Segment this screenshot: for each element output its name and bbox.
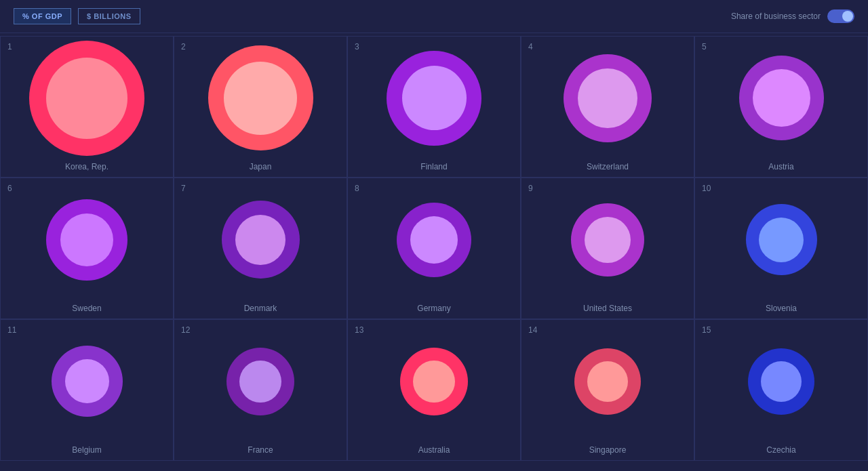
share-label-container: Share of business sector xyxy=(731,9,854,23)
country-cell[interactable]: 4 Switzerland xyxy=(521,36,694,178)
country-cell[interactable]: 8 Germany xyxy=(347,178,521,319)
country-cell[interactable]: 11 Belgium xyxy=(0,319,174,461)
outer-circle xyxy=(52,346,123,417)
country-name: Finland xyxy=(420,162,447,171)
gdp-button[interactable]: % OF GDP xyxy=(14,8,71,24)
country-name: Slovenia xyxy=(766,304,797,313)
rank-label: 10 xyxy=(702,184,711,193)
country-cell[interactable]: 5 Austria xyxy=(694,36,868,178)
rank-label: 7 xyxy=(181,184,186,193)
share-toggle[interactable] xyxy=(827,9,854,23)
country-name: Switzerland xyxy=(587,162,629,171)
toolbar: % OF GDP $ BILLIONS Share of business se… xyxy=(0,0,868,33)
outer-circle xyxy=(29,41,144,156)
circle-container xyxy=(1,320,173,443)
outer-circle xyxy=(574,348,641,415)
circle-container xyxy=(1,178,173,301)
outer-circle xyxy=(226,348,294,415)
inner-circle xyxy=(759,218,804,262)
rank-label: 6 xyxy=(7,184,12,193)
outer-circle xyxy=(571,203,644,277)
country-cell[interactable]: 12 France xyxy=(174,319,347,461)
rank-label: 9 xyxy=(528,184,533,193)
inner-circle xyxy=(413,361,455,403)
country-name: Austria xyxy=(768,162,793,171)
inner-circle xyxy=(224,62,297,135)
circle-container xyxy=(521,178,694,301)
rank-label: 11 xyxy=(7,325,16,335)
country-cell[interactable]: 13 Australia xyxy=(347,319,521,461)
country-cell[interactable]: 7 Denmark xyxy=(174,178,347,319)
rank-label: 5 xyxy=(702,42,707,52)
rank-label: 12 xyxy=(181,325,190,335)
rank-label: 13 xyxy=(355,325,363,335)
circle-container xyxy=(174,320,347,443)
share-label-text: Share of business sector xyxy=(731,12,821,21)
country-cell[interactable]: 15 Czechia xyxy=(694,319,868,461)
inner-circle xyxy=(60,213,113,266)
country-name: Japan xyxy=(250,162,272,171)
outer-circle xyxy=(400,348,468,415)
outer-circle xyxy=(46,199,127,281)
inner-circle xyxy=(585,217,631,263)
inner-circle xyxy=(587,361,628,402)
country-name: Australia xyxy=(418,445,450,455)
circle-container xyxy=(174,178,347,301)
outer-circle xyxy=(208,45,313,150)
inner-circle xyxy=(235,215,285,265)
outer-circle xyxy=(746,204,817,275)
outer-circle xyxy=(222,201,300,279)
country-name: Belgium xyxy=(72,445,101,455)
country-cell[interactable]: 2 Japan xyxy=(174,36,347,178)
outer-circle xyxy=(748,348,814,415)
country-name: Germany xyxy=(417,304,450,313)
inner-circle xyxy=(46,58,127,139)
rank-label: 3 xyxy=(355,42,359,52)
country-cell[interactable]: 10 Slovenia xyxy=(694,178,868,319)
rank-label: 1 xyxy=(7,42,12,52)
circle-container xyxy=(695,178,867,301)
outer-circle xyxy=(564,54,652,142)
rank-label: 14 xyxy=(528,325,537,335)
circle-container xyxy=(695,320,867,443)
circle-container xyxy=(348,320,520,443)
country-name: France xyxy=(248,445,273,455)
inner-circle xyxy=(65,359,109,403)
circle-container xyxy=(521,37,694,159)
country-cell[interactable]: 9 United States xyxy=(521,178,694,319)
country-grid: 1 Korea, Rep. 2 Japan 3 Finland xyxy=(0,36,868,461)
inner-circle xyxy=(578,68,637,128)
inner-circle xyxy=(402,66,467,130)
divider xyxy=(0,33,868,33)
circle-container xyxy=(348,37,520,159)
rank-label: 2 xyxy=(181,42,186,52)
circle-container xyxy=(174,37,347,159)
country-cell[interactable]: 1 Korea, Rep. xyxy=(0,36,174,178)
circle-container xyxy=(1,37,173,159)
billions-button[interactable]: $ BILLIONS xyxy=(78,8,140,24)
country-name: Singapore xyxy=(589,445,627,455)
outer-circle xyxy=(397,203,471,277)
inner-circle xyxy=(753,69,810,127)
country-cell[interactable]: 6 Sweden xyxy=(0,178,174,319)
outer-circle xyxy=(739,56,824,140)
country-name: Korea, Rep. xyxy=(65,162,108,171)
circle-container xyxy=(521,320,694,443)
rank-label: 15 xyxy=(702,325,711,335)
country-name: United States xyxy=(583,304,632,313)
country-name: Czechia xyxy=(766,445,795,455)
circle-container xyxy=(695,37,867,159)
inner-circle xyxy=(239,361,281,403)
circle-container xyxy=(348,178,520,301)
outer-circle xyxy=(387,51,481,146)
country-name: Sweden xyxy=(72,304,101,313)
rank-label: 4 xyxy=(528,42,533,52)
country-name: Denmark xyxy=(244,304,277,313)
country-cell[interactable]: 3 Finland xyxy=(347,36,521,178)
inner-circle xyxy=(761,361,802,402)
country-cell[interactable]: 14 Singapore xyxy=(521,319,694,461)
rank-label: 8 xyxy=(355,184,359,193)
inner-circle xyxy=(410,216,458,264)
